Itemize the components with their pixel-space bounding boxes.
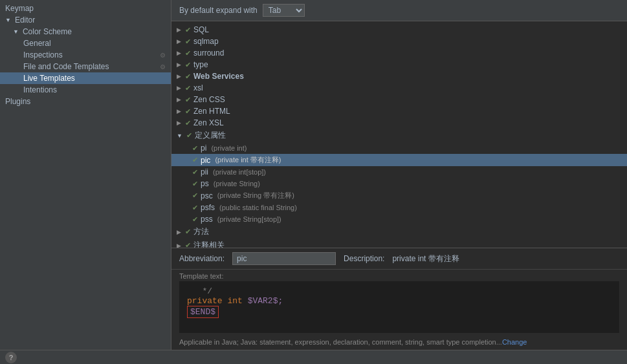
zen-xsl-arrow: ▶	[177, 120, 181, 126]
sidebar-item-intentions[interactable]: Intentions	[0, 84, 171, 96]
psfs-desc: (public static final String)	[217, 204, 297, 211]
item-pii[interactable]: ✔ pii (private int[stop])	[171, 166, 627, 178]
zen-css-check: ✔	[185, 96, 191, 104]
item-pss[interactable]: ✔ pss (private String[stop])	[171, 213, 627, 225]
color-scheme-label: Color Scheme	[23, 27, 72, 36]
pic-check: ✔	[192, 156, 198, 164]
code-var2: $VAR2$;	[248, 296, 283, 306]
pii-check: ✔	[192, 168, 198, 177]
group-zen-css[interactable]: ▶ ✔ Zen CSS	[171, 94, 627, 105]
sidebar-item-inspections[interactable]: Inspections ⚙	[0, 49, 171, 61]
help-icon[interactable]: ?	[5, 352, 17, 363]
fangfa-check: ✔	[185, 228, 191, 236]
inspections-icon: ⚙	[160, 52, 166, 59]
top-bar: By default expand with Tab Enter Space	[171, 0, 627, 21]
applicable-text: Applicable in Java; Java: statement, exp…	[179, 338, 502, 346]
code-keyword-private: private	[187, 296, 227, 306]
fangfa-label: 方法	[193, 226, 209, 237]
group-zen-html[interactable]: ▶ ✔ Zen HTML	[171, 105, 627, 117]
webservices-check: ✔	[185, 72, 191, 81]
code-line1: */	[187, 286, 611, 296]
sidebar-item-keymap[interactable]: Keymap	[0, 3, 171, 14]
type-check: ✔	[185, 61, 191, 69]
zen-html-arrow: ▶	[177, 108, 181, 114]
pic-label: pic	[201, 156, 210, 165]
type-label: type	[193, 60, 208, 69]
inspections-label: Inspections	[23, 50, 63, 59]
pss-check: ✔	[192, 215, 198, 224]
sidebar-item-editor[interactable]: ▼ Editor	[0, 14, 171, 26]
ps-check: ✔	[192, 180, 198, 188]
desc-label: Description:	[344, 254, 384, 263]
xsl-label: xsl	[193, 83, 203, 92]
sqlmap-arrow: ▶	[177, 38, 181, 45]
sidebar-item-plugins[interactable]: Plugins	[0, 96, 171, 107]
type-arrow: ▶	[177, 61, 181, 68]
group-dingyi[interactable]: ▼ ✔ 定义属性	[171, 129, 627, 142]
change-link[interactable]: Change	[502, 338, 527, 346]
pss-desc: (private String[stop])	[215, 215, 281, 223]
bottom-panels: Abbreviation: pic Description: private i…	[171, 248, 627, 350]
psc-desc: (private String 带有注释)	[215, 191, 294, 200]
pic-desc: (private int 带有注释)	[213, 155, 281, 165]
dingyi-label: 定义属性	[195, 130, 226, 141]
general-label: General	[23, 39, 51, 48]
sidebar-item-file-code-templates[interactable]: File and Code Templates ⚙	[0, 61, 171, 72]
template-code: */ private int $VAR2$; $END$	[179, 281, 619, 333]
item-pic[interactable]: ✔ pic (private int 带有注释)	[171, 154, 627, 166]
zhushuxianguan-label: 注释相关	[193, 240, 225, 248]
item-pi[interactable]: ✔ pi (private int)	[171, 142, 627, 154]
pi-desc: (private int)	[209, 144, 247, 152]
code-comment: */	[187, 286, 212, 296]
zen-xsl-label: Zen XSL	[193, 118, 224, 127]
editor-arrow: ▼	[5, 17, 11, 23]
group-zen-xsl[interactable]: ▶ ✔ Zen XSL	[171, 117, 627, 129]
sqlmap-label: sqlmap	[193, 37, 219, 46]
code-line3: $END$	[187, 306, 611, 318]
color-scheme-arrow: ▼	[13, 28, 19, 35]
plugins-label: Plugins	[5, 97, 30, 106]
live-templates-label: Live Templates	[23, 74, 75, 83]
abbrev-input[interactable]: pic	[232, 252, 336, 265]
item-psfs[interactable]: ✔ psfs (public static final String)	[171, 202, 627, 213]
group-surround[interactable]: ▶ ✔ surround	[171, 47, 627, 59]
zen-css-arrow: ▶	[177, 96, 181, 103]
sql-arrow: ▶	[177, 27, 181, 33]
group-xsl[interactable]: ▶ ✔ xsl	[171, 82, 627, 94]
pss-label: pss	[201, 215, 213, 224]
zen-html-check: ✔	[185, 107, 191, 116]
desc-value: private int 带有注释	[392, 253, 459, 264]
sidebar-item-color-scheme[interactable]: ▼ Color Scheme	[0, 26, 171, 37]
dingyi-check: ✔	[186, 131, 192, 140]
group-fangfa[interactable]: ▶ ✔ 方法	[171, 225, 627, 239]
zhushuxianguan-check: ✔	[185, 241, 191, 248]
group-sql[interactable]: ▶ ✔ SQL	[171, 24, 627, 36]
group-zhushuxianguan[interactable]: ▶ ✔ 注释相关	[171, 239, 627, 248]
zhushuxianguan-arrow: ▶	[177, 242, 181, 248]
psfs-check: ✔	[192, 204, 198, 212]
group-type[interactable]: ▶ ✔ type	[171, 59, 627, 70]
psc-label: psc	[201, 191, 213, 200]
sidebar-item-general[interactable]: General	[0, 37, 171, 49]
zen-html-label: Zen HTML	[193, 107, 230, 116]
xsl-check: ✔	[185, 84, 191, 92]
xsl-arrow: ▶	[177, 85, 181, 91]
file-code-templates-label: File and Code Templates	[23, 62, 109, 71]
zen-xsl-check: ✔	[185, 119, 191, 127]
sidebar-item-live-templates[interactable]: Live Templates	[0, 72, 171, 84]
item-ps[interactable]: ✔ ps (private String)	[171, 178, 627, 189]
group-sqlmap[interactable]: ▶ ✔ sqlmap	[171, 36, 627, 47]
file-code-templates-icon: ⚙	[160, 63, 166, 70]
ps-desc: (private String)	[212, 180, 260, 187]
webservices-arrow: ▶	[177, 73, 181, 80]
editor-label: Editor	[15, 16, 35, 25]
pi-label: pi	[201, 144, 206, 153]
psc-check: ✔	[192, 191, 198, 200]
item-psc[interactable]: ✔ psc (private String 带有注释)	[171, 189, 627, 202]
code-end-var: $END$	[187, 306, 219, 318]
pii-label: pii	[201, 167, 208, 177]
sql-label: SQL	[193, 25, 209, 34]
status-bar: ?	[0, 350, 627, 364]
expand-select[interactable]: Tab Enter Space	[263, 4, 305, 17]
group-webservices[interactable]: ▶ ✔ Web Services	[171, 70, 627, 82]
